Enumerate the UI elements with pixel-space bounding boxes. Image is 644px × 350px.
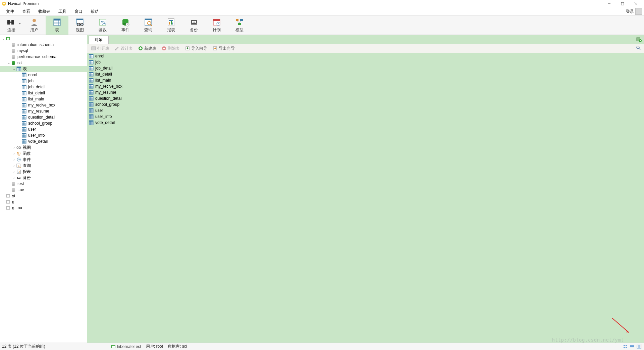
tree-row[interactable]: information_schema <box>0 42 87 48</box>
tree-row[interactable]: ⌄ <box>0 36 87 42</box>
chevron-down-icon[interactable]: ⌄ <box>1 37 5 41</box>
menu-4[interactable]: 窗口 <box>70 9 87 14</box>
svg-rect-34 <box>169 22 170 25</box>
login-link[interactable]: 登录 <box>626 9 634 14</box>
minimize-button[interactable] <box>602 0 616 7</box>
tree-row[interactable]: question_detail <box>0 114 87 120</box>
toolbar-event[interactable]: 事件 <box>114 16 137 35</box>
tab-add-icon[interactable] <box>636 36 642 42</box>
query-icon <box>144 18 153 27</box>
design-table-button[interactable]: 设计表 <box>113 45 135 52</box>
tree-row[interactable]: my_recive_box <box>0 102 87 108</box>
toolbar-backup[interactable]: 备份 <box>182 16 205 35</box>
toolbar-connect[interactable]: 连接▾ <box>0 16 23 35</box>
search-icon[interactable] <box>636 45 642 51</box>
chevron-right-icon[interactable]: › <box>12 170 16 174</box>
view-mode-2[interactable] <box>629 344 635 349</box>
tree-row[interactable]: g...oa <box>0 205 87 211</box>
menu-3[interactable]: 工具 <box>54 9 70 14</box>
tree-row[interactable]: vote_detail <box>0 138 87 144</box>
toolbar-query[interactable]: 查询 <box>137 16 160 35</box>
model-icon <box>235 18 244 27</box>
table-icon <box>89 108 94 113</box>
tree-row[interactable]: g <box>0 199 87 205</box>
toolbar-func[interactable]: f(x)函数 <box>91 16 114 35</box>
tree-row[interactable]: test <box>0 181 87 187</box>
list-item[interactable]: my_recive_box <box>87 83 644 89</box>
view-mode-3[interactable] <box>636 344 642 349</box>
new-table-button[interactable]: 新建表 <box>136 45 158 52</box>
list-item[interactable]: user_info <box>87 114 644 120</box>
close-button[interactable] <box>629 0 643 7</box>
toolbar-view[interactable]: 视图 <box>68 16 91 35</box>
db-gray-icon <box>11 187 16 192</box>
list-item[interactable]: list_detail <box>87 71 644 77</box>
menu-0[interactable]: 文件 <box>2 9 18 14</box>
toolbar-user[interactable]: 用户 <box>23 16 46 35</box>
nav-tree[interactable]: ⌄information_schemamysqlperformance_sche… <box>0 35 87 343</box>
import-wizard-button[interactable]: 导入向导 <box>183 45 209 52</box>
tree-row[interactable]: job <box>0 78 87 84</box>
tree-row[interactable]: ›报表 <box>0 169 87 175</box>
maximize-button[interactable] <box>616 0 629 7</box>
list-item[interactable]: user <box>87 107 644 114</box>
tree-row[interactable]: my_resume <box>0 108 87 114</box>
tree-row[interactable]: user <box>0 126 87 132</box>
tab-objects[interactable]: 对象 <box>89 36 109 44</box>
tree-row[interactable]: school_group <box>0 120 87 126</box>
chevron-right-icon[interactable]: › <box>12 146 16 149</box>
tree-label: 备份 <box>23 175 31 181</box>
tree-row[interactable]: ›f()函数 <box>0 150 87 157</box>
svg-rect-90 <box>22 91 26 92</box>
list-item-label: list_detail <box>95 72 112 77</box>
chevron-right-icon[interactable]: › <box>12 176 16 180</box>
tree-row[interactable]: enrol <box>0 72 87 78</box>
avatar[interactable] <box>635 8 642 15</box>
tree-row[interactable]: list_main <box>0 96 87 102</box>
tree-row[interactable]: mysql <box>0 48 87 54</box>
tree-label: my_recive_box <box>28 103 55 107</box>
tree-row[interactable]: performance_schema <box>0 54 87 60</box>
list-item[interactable]: question_detail <box>87 95 644 101</box>
list-item[interactable]: job <box>87 59 644 65</box>
tree-row[interactable]: ⌄scl <box>0 60 87 66</box>
tree-row[interactable]: user_info <box>0 132 87 138</box>
tree-row[interactable]: ⌄表 <box>0 66 87 72</box>
toolbar-table[interactable]: 表 <box>46 16 68 35</box>
list-item[interactable]: school_group <box>87 101 644 107</box>
chevron-right-icon[interactable]: › <box>12 164 16 168</box>
menu-5[interactable]: 帮助 <box>87 9 103 14</box>
toolbar-report[interactable]: 报表 <box>160 16 182 35</box>
view-mode-1[interactable] <box>623 344 629 349</box>
table-icon <box>89 84 94 89</box>
delete-table-button[interactable]: 删除表 <box>160 45 182 52</box>
open-table-button[interactable]: 打开表 <box>89 45 111 52</box>
tree-row[interactable]: ›事件 <box>0 157 87 163</box>
list-item[interactable]: job_detail <box>87 65 644 71</box>
list-item-label: list_main <box>95 78 111 83</box>
tree-row[interactable]: list_detail <box>0 90 87 96</box>
list-item[interactable]: my_resume <box>87 89 644 95</box>
list-item[interactable]: vote_detail <box>87 120 644 126</box>
tree-row[interactable]: job_detail <box>0 84 87 90</box>
tree-row[interactable]: ›备份 <box>0 175 87 181</box>
table-list[interactable]: enroljobjob_detaillist_detaillist_mainmy… <box>87 53 644 343</box>
tree-row[interactable]: ›oo视图 <box>0 144 87 150</box>
table-icon <box>21 79 27 83</box>
toolbar-model[interactable]: 模型 <box>228 16 251 35</box>
tree-row[interactable]: yi <box>0 193 87 199</box>
tree-row[interactable]: ..ue <box>0 187 87 193</box>
list-item[interactable]: enrol <box>87 53 644 59</box>
list-item[interactable]: list_main <box>87 77 644 83</box>
export-wizard-button[interactable]: 导出向导 <box>211 45 237 52</box>
svg-line-183 <box>639 48 640 50</box>
status-count: 12 表 (12 位于当前的组) <box>2 344 45 349</box>
menu-1[interactable]: 查看 <box>18 9 34 14</box>
toolbar-plan[interactable]: 计划 <box>205 16 228 35</box>
menu-2[interactable]: 收藏夹 <box>34 9 54 14</box>
chevron-right-icon[interactable]: › <box>12 158 16 162</box>
chevron-down-icon[interactable]: ⌄ <box>12 67 16 71</box>
tree-row[interactable]: ›查询 <box>0 163 87 169</box>
chevron-right-icon[interactable]: › <box>12 152 16 156</box>
chevron-down-icon[interactable]: ⌄ <box>7 61 11 65</box>
